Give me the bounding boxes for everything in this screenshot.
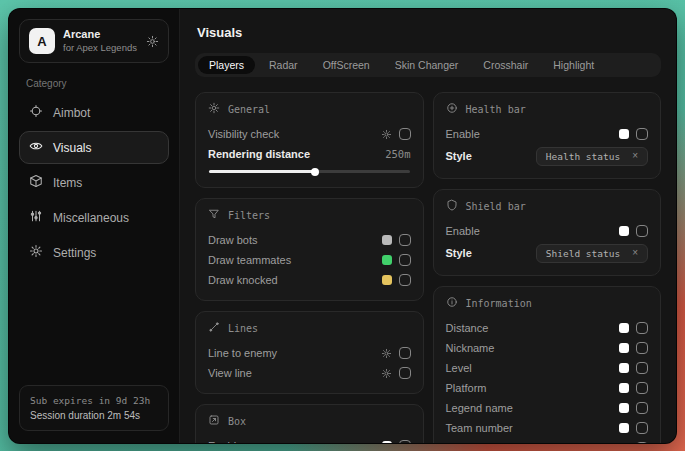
sidebar-item-label: Miscellaneous (53, 211, 129, 225)
desktop-background: A Arcane for Apex Legends Category Aimbo… (0, 0, 685, 451)
checkbox[interactable] (399, 128, 411, 140)
app-subtitle: for Apex Legends (63, 42, 137, 54)
option-gear-icon[interactable] (381, 348, 392, 359)
setting-label: Draw teammates (208, 254, 291, 266)
card-lines-title: Lines (208, 321, 411, 335)
card-shield-bar-title: Shield bar (446, 199, 649, 213)
sub-expires-text: Sub expires in 9d 23h (30, 395, 158, 406)
color-swatch[interactable] (619, 403, 629, 413)
color-swatch[interactable] (619, 383, 629, 393)
card-title-text: Health bar (466, 104, 526, 115)
app-name-block: Arcane for Apex Legends (63, 28, 137, 54)
line-icon (208, 321, 220, 335)
page-title: Visuals (197, 25, 661, 40)
app-header: A Arcane for Apex Legends (19, 19, 169, 63)
row-draw-knocked: Draw knocked (208, 270, 411, 290)
tab-skin-changer[interactable]: Skin Changer (384, 56, 470, 74)
card-box-title: Box (208, 414, 411, 428)
sidebar-item-visuals[interactable]: Visuals (19, 131, 169, 164)
crosshair-icon (29, 104, 43, 121)
checkbox[interactable] (636, 342, 648, 354)
setting-label: Style (446, 247, 472, 259)
checkbox[interactable] (399, 254, 411, 266)
checkbox[interactable] (636, 402, 648, 414)
header-gear-icon[interactable] (146, 35, 159, 48)
color-swatch[interactable] (382, 275, 392, 285)
setting-label: Weapon in hands (446, 442, 531, 443)
checkbox[interactable] (399, 274, 411, 286)
funnel-icon (208, 208, 220, 222)
setting-label: Level (446, 362, 472, 374)
tab-players[interactable]: Players (198, 56, 255, 74)
row-rendering-distance: Rendering distance 250m (208, 144, 411, 164)
card-lines: Lines Line to enemy View line (195, 311, 424, 394)
color-swatch[interactable] (619, 226, 629, 236)
card-title-text: Shield bar (466, 201, 526, 212)
row-legend-name: Legend name (446, 398, 649, 418)
checkbox[interactable] (399, 347, 411, 359)
setting-label: Style (446, 150, 472, 162)
box-icon (208, 414, 220, 428)
setting-label: Visibility check (208, 128, 279, 140)
tab-radar[interactable]: Radar (258, 56, 309, 74)
row-box-enable: Enable (208, 436, 411, 443)
card-general-title: General (208, 102, 411, 116)
style-select[interactable]: Health status × (536, 147, 648, 166)
checkbox[interactable] (636, 382, 648, 394)
color-swatch[interactable] (619, 363, 629, 373)
option-gear-icon[interactable] (381, 368, 392, 379)
row-draw-teammates: Draw teammates (208, 250, 411, 270)
sun-icon (208, 102, 220, 116)
card-box: Box Enable Enable background (195, 404, 424, 443)
checkbox[interactable] (636, 442, 648, 443)
option-gear-icon[interactable] (381, 129, 392, 140)
checkbox[interactable] (636, 422, 648, 434)
slider-thumb[interactable] (311, 168, 319, 176)
style-select[interactable]: Shield status × (536, 244, 648, 263)
color-swatch[interactable] (619, 343, 629, 353)
sidebar-item-label: Settings (53, 246, 96, 260)
close-icon[interactable]: × (632, 151, 638, 161)
setting-label: Team number (446, 422, 513, 434)
shield-icon (446, 199, 458, 213)
category-label: Category (26, 78, 162, 89)
tab-offscreen[interactable]: OffScreen (312, 56, 381, 74)
sidebar: A Arcane for Apex Legends Category Aimbo… (9, 9, 180, 443)
sidebar-item-items[interactable]: Items (19, 166, 169, 199)
rendering-distance-slider[interactable] (209, 170, 410, 173)
color-swatch[interactable] (382, 255, 392, 265)
color-swatch[interactable] (619, 423, 629, 433)
color-swatch[interactable] (619, 323, 629, 333)
sidebar-item-miscellaneous[interactable]: Miscellaneous (19, 201, 169, 234)
checkbox[interactable] (399, 440, 411, 443)
checkbox[interactable] (399, 367, 411, 379)
close-icon[interactable]: × (632, 248, 638, 258)
info-icon (446, 296, 458, 310)
checkbox[interactable] (399, 234, 411, 246)
color-swatch[interactable] (382, 441, 392, 443)
row-distance: Distance (446, 318, 649, 338)
row-visibility-check: Visibility check (208, 124, 411, 144)
sidebar-item-aimbot[interactable]: Aimbot (19, 96, 169, 129)
setting-label: Rendering distance (208, 148, 310, 160)
card-filters-title: Filters (208, 208, 411, 222)
checkbox[interactable] (636, 225, 648, 237)
card-information-title: Information (446, 296, 649, 310)
setting-label: Enable (446, 225, 480, 237)
left-column: General Visibility check Rendering dista… (195, 92, 424, 443)
color-swatch[interactable] (382, 235, 392, 245)
checkbox[interactable] (636, 322, 648, 334)
color-swatch[interactable] (619, 129, 629, 139)
tab-crosshair[interactable]: Crosshair (472, 56, 539, 74)
card-information: Information Distance Nickname Level (433, 286, 662, 443)
setting-label: View line (208, 367, 252, 379)
setting-label: Line to enemy (208, 347, 277, 359)
card-health-bar-title: Health bar (446, 102, 649, 116)
setting-label: Draw knocked (208, 274, 278, 286)
card-filters: Filters Draw bots Draw teammates (195, 198, 424, 301)
checkbox[interactable] (636, 128, 648, 140)
tab-highlight[interactable]: Highlight (542, 56, 605, 74)
row-platform: Platform (446, 378, 649, 398)
checkbox[interactable] (636, 362, 648, 374)
sidebar-item-settings[interactable]: Settings (19, 236, 169, 269)
